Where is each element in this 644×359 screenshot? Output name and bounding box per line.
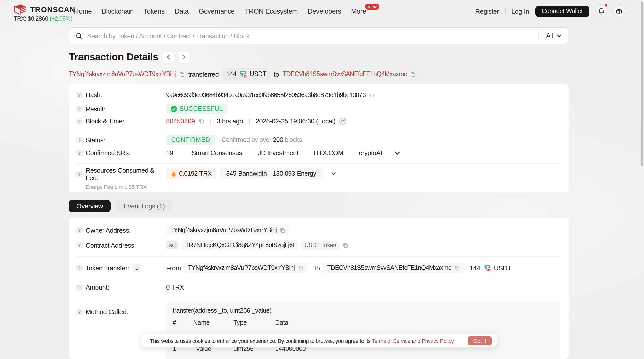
copy-icon[interactable] bbox=[369, 92, 375, 98]
method-data-panel: transfer(address _to, uint256 _value) # … bbox=[166, 302, 560, 359]
next-transaction-button[interactable] bbox=[178, 52, 189, 63]
privacy-policy-link[interactable]: Privacy Policy bbox=[422, 338, 453, 344]
copy-icon[interactable] bbox=[280, 227, 285, 233]
chevron-down-icon[interactable] bbox=[557, 34, 561, 37]
usdt-token-icon bbox=[483, 264, 491, 272]
tronscan-logo-icon bbox=[14, 4, 27, 15]
tronscan-logo[interactable]: TRONSCAN bbox=[14, 4, 75, 15]
bandwidth-unit: Bandwidth bbox=[238, 170, 267, 177]
page-title: Transaction Details bbox=[69, 51, 158, 63]
notifications-button[interactable] bbox=[595, 5, 607, 17]
help-icon[interactable]: ? bbox=[76, 106, 83, 112]
divider bbox=[76, 280, 561, 280]
divider bbox=[76, 163, 561, 164]
nav-more[interactable]: More NEW bbox=[351, 8, 366, 15]
confirmed-by-text: Confirmed by over 200 blocks bbox=[222, 136, 302, 143]
from-word: From bbox=[166, 264, 181, 272]
resources-row: ? Resources Consumed & Fee: Energy Fee L… bbox=[76, 167, 559, 190]
status-label: Status: bbox=[86, 136, 105, 144]
blocks-menu-button[interactable] bbox=[613, 5, 625, 17]
from-address-pill: TYNgf4skrvxzjm8aVuP7bsWDT9xrrYBihj bbox=[184, 263, 307, 273]
help-icon[interactable]: ? bbox=[76, 171, 83, 177]
summary-from-address[interactable]: TYNgf4skrvxzjm8aVuP7bsWDT9xrrYBihj bbox=[69, 70, 176, 78]
sr-link[interactable]: Smart Consensus bbox=[192, 149, 242, 157]
status-badge: CONFIRMED bbox=[166, 135, 215, 145]
copy-icon[interactable] bbox=[298, 265, 303, 271]
amount-row: ? Amount: 0 TRX bbox=[76, 283, 559, 291]
help-icon[interactable]: ? bbox=[76, 137, 83, 143]
method-table-header: Type bbox=[233, 319, 247, 326]
terms-of-service-link[interactable]: Terms of Service bbox=[372, 338, 410, 344]
nav-governance[interactable]: Governance bbox=[199, 8, 235, 15]
sr-link[interactable]: cryptoAI bbox=[359, 149, 382, 157]
help-icon[interactable]: ? bbox=[76, 242, 83, 248]
method-table-header: Name bbox=[193, 319, 210, 326]
page-scrollbar[interactable] bbox=[641, 2, 643, 166]
method-signature: transfer(address _to, uint256 _value) bbox=[173, 307, 272, 314]
register-link[interactable]: Register bbox=[475, 7, 499, 15]
nav-data[interactable]: Data bbox=[175, 8, 188, 15]
sr-link[interactable]: JD Investment bbox=[258, 149, 298, 157]
summary-amount: 144 bbox=[226, 70, 237, 78]
amount-label: Amount: bbox=[86, 283, 109, 291]
to-address[interactable]: TDECVh81S5swmSvvSANEfcFE1nQ4Mxaxmc bbox=[327, 264, 451, 271]
tab-overview[interactable]: Overview bbox=[69, 200, 110, 212]
owner-address-label: Owner Address: bbox=[86, 226, 131, 234]
search-filter-dropdown[interactable]: All bbox=[546, 32, 553, 39]
summary-token[interactable]: USDT bbox=[250, 70, 266, 78]
search-input[interactable] bbox=[87, 32, 534, 40]
help-icon[interactable]: ? bbox=[76, 118, 83, 124]
nav-tron-ecosystem[interactable]: TRON Ecosystem bbox=[245, 8, 298, 15]
summary-to-address[interactable]: TDECVh81S5swmSvvSANEfcFE1nQ4Mxaxmc bbox=[283, 70, 407, 78]
hash-label: Hash: bbox=[86, 91, 102, 99]
nav-developers[interactable]: Developers bbox=[308, 8, 341, 15]
help-icon[interactable]: ? bbox=[76, 92, 83, 98]
result-value: SUCCESSFUL bbox=[180, 105, 223, 112]
owner-address[interactable]: TYNgf4skrvxzjm8aVuP7bsWDT9xrrYBihj bbox=[170, 227, 277, 234]
energy-value: 130,093 bbox=[273, 170, 295, 177]
help-icon[interactable]: ? bbox=[76, 309, 83, 315]
connect-wallet-button[interactable]: Connect Wallet bbox=[535, 5, 589, 17]
trx-change: (+2.05%) bbox=[50, 16, 72, 22]
help-icon[interactable]: ? bbox=[76, 284, 83, 290]
to-word: To bbox=[313, 264, 320, 272]
help-icon[interactable]: ? bbox=[76, 150, 83, 156]
nav-home[interactable]: Home bbox=[74, 8, 92, 15]
copy-icon[interactable] bbox=[454, 265, 460, 271]
notification-badge-dot bbox=[605, 4, 607, 7]
contract-address-row: ? Contract Address: SC TR7NHqjeKQxGTCi8q… bbox=[76, 240, 559, 250]
timezone-toggle-icon[interactable] bbox=[339, 117, 347, 125]
copy-icon[interactable] bbox=[410, 71, 416, 77]
from-address[interactable]: TYNgf4skrvxzjm8aVuP7bsWDT9xrrYBihj bbox=[188, 264, 295, 271]
got-it-button[interactable]: Got It bbox=[468, 336, 492, 345]
block-number-link[interactable]: 80450809 bbox=[166, 117, 195, 125]
search-divider bbox=[538, 32, 539, 40]
help-icon[interactable]: ? bbox=[76, 227, 83, 233]
energy-fee-limit: Energy Fee Limit: 35 TRX bbox=[86, 184, 147, 190]
sr-link[interactable]: HTX.COM bbox=[314, 149, 343, 157]
copy-icon[interactable] bbox=[343, 242, 348, 248]
owner-address-pill: TYNgf4skrvxzjm8aVuP7bsWDT9xrrYBihj bbox=[166, 225, 289, 235]
search-icon bbox=[75, 32, 83, 40]
header-actions: Register Log In Connect Wallet bbox=[475, 5, 625, 17]
block-age: 3 hrs ago bbox=[217, 117, 243, 125]
login-link[interactable]: Log In bbox=[511, 7, 529, 15]
title-row: Transaction Details bbox=[69, 51, 189, 63]
divider bbox=[76, 131, 561, 131]
usdt-token-icon bbox=[239, 70, 247, 78]
divider bbox=[76, 297, 561, 297]
copy-icon[interactable] bbox=[199, 118, 204, 124]
nav-tokens[interactable]: Tokens bbox=[144, 8, 165, 15]
expand-resources-chevron-icon[interactable] bbox=[331, 172, 336, 175]
tab-event-logs[interactable]: Event Logs (1) bbox=[116, 200, 172, 212]
transfer-token[interactable]: USDT bbox=[494, 264, 511, 272]
expand-srs-chevron-icon[interactable] bbox=[395, 151, 400, 154]
nav-blockchain[interactable]: Blockchain bbox=[102, 8, 134, 15]
contract-token-tag[interactable]: USDT Token bbox=[301, 241, 340, 249]
token-transfer-count: 1 bbox=[132, 264, 141, 272]
help-icon[interactable]: ? bbox=[76, 265, 83, 271]
transaction-meta-card: ? Hash: 9a9e6c99f3e03684b934cea0e931cc0f… bbox=[69, 84, 569, 192]
contract-address[interactable]: TR7NHqjeKQxGTCi8q8ZY4pL8otSzgjLj6t bbox=[185, 242, 294, 249]
copy-icon[interactable] bbox=[179, 71, 185, 77]
prev-transaction-button[interactable] bbox=[163, 52, 174, 63]
